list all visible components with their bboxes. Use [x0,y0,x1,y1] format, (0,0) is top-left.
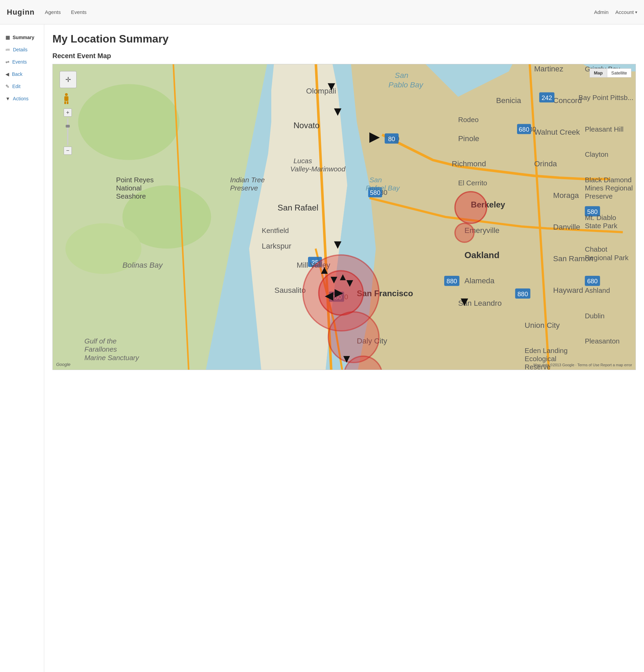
svg-text:▶: ▶ [369,130,380,144]
map-attribution-text: Map data ©2013 Google · Terms of Use Rep… [534,363,632,367]
details-icon: ≔ [5,47,10,52]
svg-text:▶: ▶ [335,287,343,298]
events-icon: ⇌ [5,59,10,64]
map-type-controls: Map Satellite [589,68,631,77]
nav-arrows-icon: ✛ [65,76,71,83]
nav-agents[interactable]: Agents [45,9,61,15]
svg-text:Larkspur: Larkspur [262,242,291,250]
svg-text:Dublin: Dublin [585,312,605,320]
svg-text:Pleasant Hill: Pleasant Hill [585,125,623,133]
sidebar-item-events[interactable]: ⇌ Events [0,56,44,68]
svg-text:Farallones: Farallones [84,345,117,353]
zoom-out-button[interactable]: − [64,147,72,155]
svg-text:Bay Point  Pittsb...: Bay Point Pittsb... [579,94,633,101]
zoom-in-button[interactable]: + [64,108,72,117]
svg-text:Eden Landing: Eden Landing [525,347,567,355]
svg-text:San: San [395,71,408,80]
svg-text:National: National [116,184,142,192]
sidebar-label-back: Back [12,71,22,77]
svg-text:Regional Park: Regional Park [585,254,629,262]
account-button[interactable]: Account [616,9,637,15]
svg-text:Pablo Bay: Pablo Bay [388,81,424,89]
admin-label: Admin [594,9,609,15]
svg-text:▼: ▼ [331,237,344,251]
sidebar-label-actions: Actions [13,96,28,101]
svg-text:Mt. Diablo: Mt. Diablo [585,214,616,221]
svg-text:Ecological: Ecological [525,355,556,362]
svg-text:80: 80 [388,135,395,143]
map-background: 80 580 680 280 101 80 580 680 280 101 88… [53,64,635,370]
svg-text:State Park: State Park [585,222,618,230]
svg-text:880: 880 [447,277,457,285]
navbar: Huginn Agents Events Admin Account [0,0,644,24]
svg-text:Sausalito: Sausalito [274,286,306,295]
back-icon: ◀ [5,71,9,77]
svg-text:680: 680 [519,126,529,133]
summary-icon: ▦ [5,35,10,40]
map-zoom-control: + − [64,108,72,155]
svg-text:Preserve: Preserve [585,192,613,200]
svg-text:Lucas: Lucas [293,157,312,165]
svg-text:Preserve: Preserve [230,184,258,192]
edit-icon: ✎ [5,84,10,89]
svg-text:▼: ▼ [325,79,338,93]
svg-text:San Rafael: San Rafael [278,203,319,212]
svg-text:◀: ◀ [325,290,333,301]
sidebar-label-summary: Summary [13,35,34,40]
svg-text:▼: ▼ [344,276,355,289]
sidebar-item-details[interactable]: ≔ Details [0,44,44,56]
svg-text:Gulf of the: Gulf of the [84,337,116,345]
svg-point-133 [328,312,379,362]
sidebar-item-edit[interactable]: ✎ Edit [0,80,44,93]
svg-text:Concord: Concord [553,96,582,105]
svg-text:Benicia: Benicia [496,96,522,105]
map-attribution: Map data ©2013 Google · Terms of Use Rep… [534,363,632,367]
svg-text:Marine Sanctuary: Marine Sanctuary [84,354,140,361]
sidebar-item-actions[interactable]: ▼ Actions [0,93,44,105]
svg-text:Rodeo: Rodeo [458,116,479,123]
google-watermark: Google [56,362,70,367]
page-title: My Location Summary [52,33,636,45]
svg-text:Black Diamond: Black Diamond [585,176,632,184]
map-nav-control[interactable]: ✛ [60,71,77,88]
svg-text:▼: ▼ [341,352,352,365]
svg-rect-159 [65,96,68,101]
svg-text:Pleasanton: Pleasanton [585,337,620,345]
zoom-slider[interactable] [67,118,68,145]
svg-text:San: San [369,176,382,184]
svg-text:Bolinas Bay: Bolinas Bay [122,261,163,269]
sidebar-item-summary[interactable]: ▦ Summary [0,31,44,44]
map-type-satellite-button[interactable]: Satellite [607,69,631,77]
sidebar-label-details: Details [13,47,27,52]
main-layout: ▦ Summary ≔ Details ⇌ Events ◀ Back ✎ Ed… [0,24,644,672]
main-content: My Location Summary Recent Event Map [44,24,644,672]
svg-text:Danville: Danville [553,223,580,231]
svg-text:Seashore: Seashore [116,192,146,200]
zoom-handle[interactable] [66,125,70,128]
navbar-right: Admin Account [594,9,637,15]
sidebar-label-edit: Edit [12,84,21,89]
svg-text:Oakland: Oakland [465,250,500,260]
nav-events[interactable]: Events [71,9,86,15]
svg-text:▼: ▼ [331,104,344,118]
map-type-map-button[interactable]: Map [590,69,607,77]
svg-text:El Cerrito: El Cerrito [458,179,487,187]
svg-text:Union City: Union City [525,321,560,329]
svg-text:Richmond: Richmond [452,159,486,168]
svg-point-136 [455,192,487,224]
svg-point-7 [78,84,179,160]
svg-text:Alameda: Alameda [465,276,495,285]
brand-logo[interactable]: Huginn [7,8,35,17]
svg-text:Walnut Creek: Walnut Creek [534,128,580,136]
person-marker[interactable] [63,93,70,104]
svg-text:Indian Tree: Indian Tree [230,176,265,184]
sidebar-item-back[interactable]: ◀ Back [0,68,44,80]
svg-text:Kentfield: Kentfield [262,227,289,234]
sidebar-label-events: Events [12,59,27,64]
svg-text:▼: ▼ [458,294,471,309]
svg-point-137 [455,224,474,242]
svg-text:680: 680 [587,277,598,285]
map-container[interactable]: 80 580 680 280 101 80 580 680 280 101 88… [52,64,636,370]
svg-text:242: 242 [541,94,552,101]
svg-text:Mines Regional: Mines Regional [585,184,633,192]
